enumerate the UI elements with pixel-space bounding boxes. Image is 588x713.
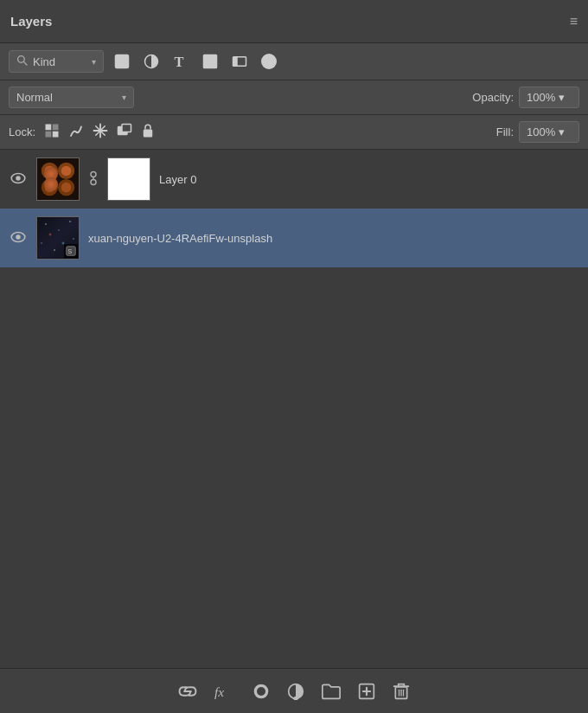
kind-dropdown[interactable]: Kind ▾ [9, 50, 104, 73]
delete-layer-icon[interactable] [393, 682, 410, 701]
svg-text:fx: fx [214, 684, 224, 699]
blend-opacity-toolbar: Normal ▾ Opacity: 100% ▾ [0, 80, 588, 115]
layer-link-icon-0 [88, 170, 99, 189]
svg-rect-14 [53, 131, 59, 137]
filter-image-icon[interactable] [111, 52, 133, 71]
fill-input[interactable]: 100% ▾ [519, 121, 579, 143]
svg-point-3 [118, 58, 121, 61]
filter-adjustment-icon[interactable] [140, 52, 163, 71]
smart-object-badge: S [64, 244, 78, 258]
panel-title: Layers [10, 14, 52, 29]
new-group-icon[interactable] [322, 683, 341, 700]
filter-toolbar: Kind ▾ T [0, 43, 588, 80]
visibility-eye-0[interactable] [9, 170, 28, 189]
blend-mode-dropdown[interactable]: Normal ▾ [9, 87, 134, 108]
opacity-dropdown-arrow: ▾ [559, 91, 565, 104]
svg-point-7 [208, 59, 213, 64]
kind-dropdown-arrow: ▾ [92, 57, 96, 67]
fill-section: Fill: 100% ▾ [496, 121, 579, 143]
svg-point-23 [16, 176, 20, 180]
add-mask-icon[interactable] [252, 683, 270, 700]
svg-text:S: S [67, 247, 72, 255]
lock-all-icon[interactable] [141, 123, 155, 142]
link-layers-icon[interactable] [178, 684, 197, 699]
svg-rect-10 [237, 57, 246, 67]
svg-point-25 [42, 163, 58, 179]
svg-point-33 [91, 171, 96, 177]
search-icon [16, 55, 28, 68]
lock-label: Lock: [9, 125, 35, 138]
filter-smart-icon[interactable] [228, 52, 251, 71]
fill-label: Fill: [496, 125, 514, 138]
layer-thumbnail-0 [36, 157, 80, 201]
svg-point-32 [61, 183, 72, 193]
svg-point-34 [91, 179, 96, 184]
blend-dropdown-arrow: ▾ [122, 93, 126, 102]
lock-artboard-icon[interactable] [117, 123, 132, 142]
filter-shape-icon[interactable] [199, 52, 221, 71]
svg-rect-20 [122, 124, 131, 132]
kind-label: Kind [33, 55, 55, 68]
blend-mode-label: Normal [16, 91, 53, 104]
panel-header: Layers ≡ [0, 0, 588, 43]
svg-rect-11 [46, 124, 52, 130]
svg-point-37 [16, 234, 20, 239]
fx-icon[interactable]: fx [214, 683, 235, 700]
layer-name-0: Layer 0 [159, 173, 579, 186]
svg-rect-12 [53, 124, 59, 130]
visibility-eye-1[interactable] [9, 229, 28, 247]
svg-line-1 [23, 61, 27, 65]
svg-point-43 [257, 687, 265, 696]
new-layer-icon[interactable] [358, 683, 375, 700]
circle-shape [261, 54, 277, 69]
opacity-input[interactable]: 100% ▾ [519, 87, 579, 108]
lock-position-icon[interactable] [93, 123, 108, 142]
opacity-value: 100% [527, 91, 555, 104]
svg-text:T: T [175, 54, 184, 69]
svg-rect-24 [37, 158, 79, 200]
fill-value: 100% [527, 125, 555, 138]
layer-item-1[interactable]: S xuan-nguyen-U2-4RAefiFw-unsplash [0, 209, 588, 267]
svg-point-29 [45, 166, 55, 177]
layer-thumb-circles [37, 158, 79, 200]
layer-mask-thumbnail-0 [107, 157, 150, 201]
panel-menu-icon[interactable]: ≡ [570, 14, 578, 29]
svg-rect-13 [46, 131, 52, 137]
lock-pixels-icon[interactable] [44, 123, 60, 142]
svg-point-27 [42, 179, 58, 196]
filter-text-icon[interactable]: T [169, 52, 192, 71]
filter-circle-icon[interactable] [258, 52, 280, 71]
opacity-section: Opacity: 100% ▾ [472, 87, 579, 108]
lock-image-icon[interactable] [68, 123, 84, 142]
lock-icons-group [44, 123, 155, 142]
svg-point-30 [61, 166, 72, 177]
layers-panel: Layers ≡ Kind ▾ [0, 0, 588, 713]
lock-fill-toolbar: Lock: [0, 115, 588, 150]
layers-list: Layer 0 S xuan-nguyen-U2-4RAefiFw- [0, 150, 588, 668]
svg-rect-21 [144, 129, 153, 137]
add-adjustment-icon[interactable] [287, 683, 304, 700]
bottom-toolbar: fx [0, 668, 588, 713]
svg-point-31 [45, 183, 55, 193]
layer-item-0[interactable]: Layer 0 [0, 150, 588, 209]
layer-thumbnail-1: S [36, 216, 80, 260]
opacity-label: Opacity: [472, 91, 514, 104]
fill-dropdown-arrow: ▾ [559, 125, 565, 138]
layer-name-1: xuan-nguyen-U2-4RAefiFw-unsplash [88, 232, 579, 245]
